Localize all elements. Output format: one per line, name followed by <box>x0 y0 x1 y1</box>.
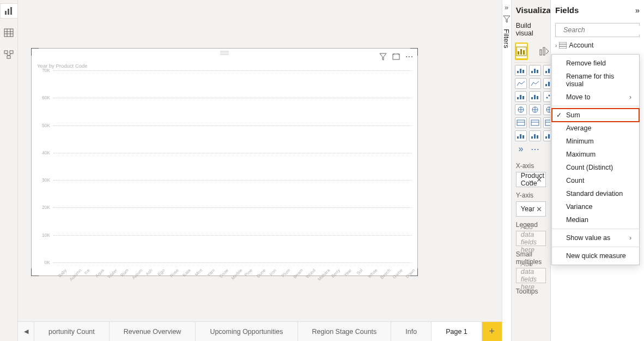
menu-minimum[interactable]: Minimum <box>552 135 639 148</box>
filter-pane-icon <box>502 15 511 23</box>
svg-rect-33 <box>537 70 538 73</box>
filter-icon[interactable] <box>379 53 387 61</box>
visual-toolbar <box>379 53 413 61</box>
menu-count[interactable]: Count <box>552 174 639 187</box>
page-tab[interactable]: Page 1 <box>432 322 482 341</box>
page-tab-strip: ◀ portunity CountRevenue OverviewUpcomin… <box>18 321 502 341</box>
add-page-button[interactable]: + <box>482 322 502 341</box>
xaxis-well[interactable]: Product Code ⌄ ✕ <box>516 172 546 187</box>
viz-type-area[interactable] <box>529 78 541 89</box>
menu-move-to[interactable]: Move to› <box>552 91 639 104</box>
bar-category-label: Beech <box>379 268 391 280</box>
y-tick: 30K <box>42 177 50 183</box>
bar-category-label: Kata <box>181 268 191 278</box>
bar-chart-icon <box>4 7 14 15</box>
menu-variance[interactable]: Variance <box>552 200 639 213</box>
yaxis-well[interactable]: Year ⌄ ✕ <box>516 201 546 217</box>
svg-rect-52 <box>517 97 519 99</box>
viz-type-narrative[interactable] <box>543 130 550 141</box>
more-options-icon[interactable] <box>405 53 413 61</box>
page-tab[interactable]: Revenue Overview <box>110 322 196 341</box>
resize-handle-tl[interactable] <box>31 48 39 56</box>
build-visual-tab[interactable] <box>515 43 528 60</box>
focus-mode-icon[interactable] <box>392 53 400 61</box>
viz-type-table[interactable] <box>543 117 550 128</box>
filters-pane-collapsed: « Filters <box>502 0 511 341</box>
viz-type-scatter[interactable] <box>543 91 550 102</box>
report-canvas[interactable]: Year by Product Code 0K10K20K30K40K50K60… <box>18 0 502 321</box>
fields-search[interactable] <box>555 23 640 37</box>
viz-type-waterfall[interactable] <box>515 91 527 102</box>
page-tab[interactable]: Upcoming Opportunities <box>196 322 297 341</box>
remove-field-icon[interactable]: ✕ <box>536 176 542 184</box>
resize-handle-bl[interactable] <box>31 268 39 276</box>
svg-rect-10 <box>7 56 10 58</box>
viz-type-funnel[interactable] <box>529 91 541 102</box>
viz-type-azure-map[interactable] <box>543 104 550 115</box>
bar-category-label: Pine <box>244 268 253 278</box>
build-tabs <box>512 40 550 60</box>
bar-category-label: Baby <box>57 268 68 278</box>
svg-rect-80 <box>545 120 550 125</box>
field-tree-item-account[interactable]: › Account <box>551 40 644 50</box>
viz-type-more[interactable]: ⋯ <box>529 143 541 154</box>
menu-remove-field[interactable]: Remove field <box>552 57 639 70</box>
svg-rect-87 <box>523 135 524 139</box>
menu-average[interactable]: Average <box>552 122 639 135</box>
viz-type-kpi[interactable] <box>515 117 527 128</box>
viz-type-clustered-bar[interactable] <box>529 65 541 76</box>
visual-drag-handle[interactable] <box>220 51 229 55</box>
menu-count-distinct[interactable]: Count (Distinct) <box>552 161 639 174</box>
menu-median[interactable]: Median <box>552 213 639 226</box>
viz-type-stacked-bar[interactable] <box>515 65 527 76</box>
page-tab[interactable]: portunity Count <box>34 322 110 341</box>
viz-type-stacked-100-bar[interactable] <box>543 65 550 76</box>
bar-category-label: Ash <box>145 268 154 277</box>
viz-type-map[interactable] <box>515 104 527 115</box>
table-icon <box>559 42 567 49</box>
menu-std-dev[interactable]: Standard deviation <box>552 187 639 200</box>
svg-rect-55 <box>531 97 533 99</box>
viz-type-line[interactable] <box>515 78 527 89</box>
menu-new-quick-measure[interactable]: New quick measure <box>552 249 639 262</box>
viz-type-arcgis[interactable]: » <box>515 143 527 154</box>
viz-type-slicer[interactable] <box>529 117 541 128</box>
collapse-fields-pane-icon[interactable]: » <box>635 5 640 15</box>
chevron-down-icon[interactable]: ⌄ <box>527 205 533 213</box>
bar-chart-visual[interactable]: Year by Product Code 0K10K20K30K40K50K60… <box>31 48 418 276</box>
legend-well[interactable]: Add data fields here <box>516 231 546 246</box>
chevron-down-icon[interactable]: ⌄ <box>527 176 533 184</box>
menu-sum[interactable]: Sum <box>552 109 639 122</box>
data-view-button[interactable] <box>1 25 16 40</box>
format-icon <box>539 46 550 56</box>
canvas-area: Year by Product Code 0K10K20K30K40K50K60… <box>18 0 502 341</box>
svg-rect-24 <box>540 50 542 55</box>
remove-field-icon[interactable]: ✕ <box>536 205 542 213</box>
format-visual-tab[interactable] <box>539 43 550 60</box>
viz-type-qa[interactable] <box>529 130 541 141</box>
menu-maximum[interactable]: Maximum <box>552 148 639 161</box>
svg-rect-21 <box>518 51 519 55</box>
y-tick: 10K <box>42 232 50 238</box>
menu-separator <box>552 106 639 106</box>
menu-rename[interactable]: Rename for this visual <box>552 70 639 91</box>
svg-rect-34 <box>545 71 547 73</box>
tab-scroll-left[interactable]: ◀ <box>18 322 34 341</box>
svg-line-11 <box>6 53 9 56</box>
svg-rect-88 <box>531 136 533 139</box>
svg-rect-76 <box>517 120 525 125</box>
bar-category-label: Game <box>392 268 404 280</box>
smallmult-well[interactable]: Add data fields here <box>516 268 546 283</box>
viz-type-stacked-area[interactable] <box>543 78 550 89</box>
expand-filters-icon[interactable]: « <box>505 3 508 11</box>
menu-show-value-as[interactable]: Show value as› <box>552 231 639 244</box>
viz-type-filled-map[interactable] <box>529 104 541 115</box>
page-tab[interactable]: Region Stage Counts <box>298 322 392 341</box>
view-rail <box>0 0 18 341</box>
search-input[interactable] <box>562 26 644 34</box>
page-tabs: portunity CountRevenue OverviewUpcoming … <box>34 322 482 341</box>
viz-type-decomposition-tree[interactable] <box>515 130 527 141</box>
model-view-button[interactable] <box>1 47 16 62</box>
page-tab[interactable]: Info <box>391 322 432 341</box>
report-view-button[interactable] <box>0 3 17 19</box>
